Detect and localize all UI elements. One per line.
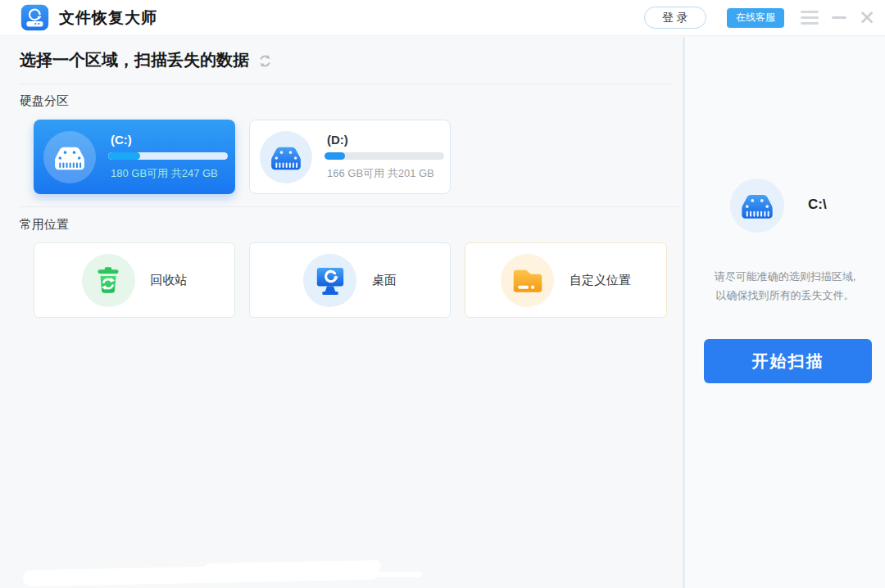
locations-row: 回收站 桌面 [34,242,667,318]
selected-drive-icon [730,179,784,233]
divider [20,206,680,207]
desktop-refresh-icon [303,254,356,307]
drives-row: (C:) 180 GB可用 共247 GB [34,120,451,194]
location-card-recycle-bin[interactable]: 回收站 [34,242,235,318]
location-card-desktop[interactable]: 桌面 [249,242,451,318]
online-service-button[interactable]: 在线客服 [727,8,784,28]
partitions-section-label: 硬盘分区 [20,93,69,109]
app-window: 文件恢复大师 登 录 在线客服 ✕ 选择一个区域，扫描丢失的数据 硬盘分区 [0,0,885,588]
drive-card-c[interactable]: (C:) 180 GB可用 共247 GB [34,120,235,194]
minimize-icon[interactable] [832,10,848,26]
drive-card-d[interactable]: (D:) 166 GB可用 共201 GB [249,120,451,194]
locations-section-label: 常用位置 [20,217,69,233]
menu-icon[interactable] [801,11,819,25]
drive-name: (D:) [324,133,444,147]
title-bar: 文件恢复大师 登 录 在线客服 ✕ [0,0,885,36]
app-title: 文件恢复大师 [59,7,157,29]
page-title: 选择一个区域，扫描丢失的数据 [20,49,249,71]
scan-hint-text: 请尽可能准确的选则扫描区域, 以确保找到所有的丢失文件。 [685,267,885,305]
location-label: 自定义位置 [570,273,631,288]
app-logo-icon [20,3,50,32]
location-card-custom[interactable]: 自定义位置 [465,242,667,318]
drive-icon [260,131,312,183]
drive-name: (C:) [108,133,228,147]
scan-sidebar: C:\ 请尽可能准确的选则扫描区域, 以确保找到所有的丢失文件。 开始扫描 [683,37,885,588]
selected-drive-label: C:\ [808,197,827,213]
drive-usage-bar [324,152,444,160]
drive-icon [43,131,96,183]
folder-icon [501,254,554,307]
drive-usage-bar [108,152,228,160]
location-label: 回收站 [151,273,188,288]
drive-capacity-text: 180 GB可用 共247 GB [108,166,228,181]
drive-capacity-text: 166 GB可用 共201 GB [324,166,444,181]
close-icon[interactable]: ✕ [859,10,875,26]
login-button[interactable]: 登 录 [644,7,706,29]
divider [20,84,674,84]
watermark-smudge [361,572,422,577]
recycle-bin-icon [82,254,135,307]
refresh-icon[interactable] [257,53,273,69]
location-label: 桌面 [372,273,397,288]
start-scan-button[interactable]: 开始扫描 [704,339,872,383]
